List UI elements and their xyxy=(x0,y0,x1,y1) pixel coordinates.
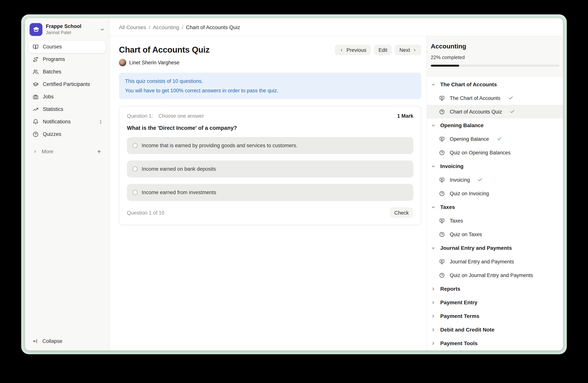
main-wrap: All Courses/Accounting/Chart of Accounts… xyxy=(110,18,563,350)
instructor-row: Linet Sherin Varghese xyxy=(119,59,421,66)
users-icon xyxy=(33,69,39,75)
outline-section-payment-terms[interactable]: Payment Terms xyxy=(427,309,563,323)
course-outline-list: The Chart of AccountsThe Chart of Accoun… xyxy=(427,77,563,350)
screen: Frappe School Jannat Patel CoursesProgra… xyxy=(0,0,588,383)
course-progress-text: 22% completed xyxy=(431,55,559,60)
answer-option-1[interactable]: Income that is earned by providing goods… xyxy=(127,137,413,154)
outline-item-chart-of-accounts-quiz[interactable]: Chart of Accounts Quiz xyxy=(427,105,563,118)
check-button[interactable]: Check xyxy=(390,207,413,218)
graduation-cap-icon xyxy=(33,81,39,87)
quiz-icon xyxy=(439,191,445,196)
workspace-switcher[interactable]: Frappe School Jannat Patel xyxy=(29,23,106,36)
outline-item-opening-balance[interactable]: Opening Balance xyxy=(427,132,563,146)
chevron-left-icon xyxy=(340,48,344,52)
outline-item-label: Chart of Accounts Quiz xyxy=(450,109,502,115)
graduation-cap-logo-icon xyxy=(32,26,40,34)
outline-section-opening-balance[interactable]: Opening Balance xyxy=(427,118,563,132)
sidebar-collapse-button[interactable]: Collapse xyxy=(29,335,106,347)
quiz-icon xyxy=(439,109,445,115)
outline-section-debit-and-credit-note[interactable]: Debit and Credit Note xyxy=(427,323,563,336)
sidebar-item-programs[interactable]: Programs xyxy=(29,53,106,65)
page-head: Chart of Accounts Quiz Previous Edit xyxy=(119,45,421,55)
answer-option-2[interactable]: Income earned on bank deposits xyxy=(127,160,413,177)
workspace-title: Frappe School xyxy=(46,23,82,30)
breadcrumb-all-courses[interactable]: All Courses xyxy=(119,24,146,30)
quiz-notice: This quiz consists of 10 questions. You … xyxy=(119,73,421,99)
sidebar-item-batches[interactable]: Batches xyxy=(29,65,106,78)
outline-item-the-chart-of-accounts[interactable]: The Chart of Accounts xyxy=(427,91,563,105)
outline-item-quiz-on-invoicing[interactable]: Quiz on Invoicing xyxy=(427,187,563,200)
sidebar-more-row: More xyxy=(29,145,106,158)
outline-item-journal-entry-and-payments[interactable]: Journal Entry and Payments xyxy=(427,255,563,268)
outline-section-label: Invoicing xyxy=(440,163,463,169)
sidebar-more-label[interactable]: More xyxy=(42,149,53,154)
outline-section-the-chart-of-accounts[interactable]: The Chart of Accounts xyxy=(427,77,563,91)
breadcrumb: All Courses/Accounting/Chart of Accounts… xyxy=(110,18,563,36)
outline-section-label: Opening Balance xyxy=(440,122,484,128)
chevron-right-icon xyxy=(431,327,436,332)
edit-button[interactable]: Edit xyxy=(374,45,392,55)
outline-section-payment-entry[interactable]: Payment Entry xyxy=(427,296,563,309)
workspace-info: Frappe School Jannat Patel xyxy=(46,23,82,36)
next-button[interactable]: Next xyxy=(395,45,421,55)
quiz-page: Chart of Accounts Quiz Previous Edit xyxy=(110,36,427,350)
check-label: Check xyxy=(394,210,409,215)
radio-button[interactable] xyxy=(133,167,138,172)
sidebar-item-jobs[interactable]: Jobs xyxy=(29,91,106,103)
question-marks: 1 Mark xyxy=(397,113,413,119)
chevron-right-icon[interactable] xyxy=(33,149,38,154)
sidebar-item-label: Courses xyxy=(43,44,62,50)
sidebar-item-notifications[interactable]: Notifications1 xyxy=(29,115,106,128)
breadcrumb-accounting[interactable]: Accounting xyxy=(153,24,179,30)
outline-item-taxes[interactable]: Taxes xyxy=(427,214,563,228)
radio-button[interactable] xyxy=(133,143,138,148)
radio-button[interactable] xyxy=(133,190,138,195)
collapse-sidebar-icon xyxy=(33,338,38,344)
outline-section-label: Payment Terms xyxy=(440,313,479,319)
outline-section-payment-tools[interactable]: Payment Tools xyxy=(427,336,563,350)
page-title: Chart of Accounts Quiz xyxy=(119,45,210,55)
sidebar-item-statistics[interactable]: Statistics xyxy=(29,103,106,115)
previous-button[interactable]: Previous xyxy=(335,45,371,55)
outline-item-label: Opening Balance xyxy=(450,136,489,142)
question-footer: Question 1 of 10 Check xyxy=(127,207,413,218)
sidebar-item-courses[interactable]: Courses xyxy=(29,40,106,53)
outline-item-invoicing[interactable]: Invoicing xyxy=(427,173,563,187)
completed-check-icon xyxy=(497,136,502,142)
route-icon xyxy=(33,56,39,62)
outline-section-journal-entry-and-payments[interactable]: Journal Entry and Payments xyxy=(427,241,563,255)
book-open-icon xyxy=(33,44,39,50)
plus-icon[interactable] xyxy=(96,149,102,154)
quiz-notice-line: This quiz consists of 10 questions. xyxy=(125,77,415,86)
sidebar-item-certified-participants[interactable]: Certified Participants xyxy=(29,78,106,91)
sidebar-item-label: Batches xyxy=(43,69,61,75)
outline-item-quiz-on-taxes[interactable]: Quiz on Taxes xyxy=(427,228,563,241)
sidebar-item-label: Quizzes xyxy=(43,131,61,137)
chevron-down-icon xyxy=(431,205,436,210)
outline-section-taxes[interactable]: Taxes xyxy=(427,200,563,214)
sidebar-item-quizzes[interactable]: Quizzes xyxy=(29,128,106,140)
chevron-right-icon xyxy=(413,48,417,52)
workspace-user: Jannat Patel xyxy=(46,30,82,36)
sidebar-nav: CoursesProgramsBatchesCertified Particip… xyxy=(29,40,106,140)
outline-item-quiz-on-opening-balances[interactable]: Quiz on Opening Balances xyxy=(427,146,563,159)
breadcrumb-separator: / xyxy=(149,24,150,30)
sidebar-item-label: Notifications xyxy=(43,119,71,125)
lesson-icon xyxy=(439,136,445,142)
outline-section-label: Payment Entry xyxy=(440,299,477,306)
lesson-icon xyxy=(439,95,445,101)
course-progress-bar xyxy=(431,65,559,67)
notification-count-badge: 1 xyxy=(99,119,102,124)
breadcrumb-chart-of-accounts-quiz: Chart of Accounts Quiz xyxy=(186,24,240,30)
outline-section-reports[interactable]: Reports xyxy=(427,282,563,296)
quiz-notice-line: You will have to get 100% correct answer… xyxy=(125,86,415,95)
completed-check-icon xyxy=(508,95,513,101)
chevron-right-icon xyxy=(431,314,436,319)
previous-label: Previous xyxy=(346,47,366,53)
outline-section-invoicing[interactable]: Invoicing xyxy=(427,159,563,173)
outline-section-label: The Chart of Accounts xyxy=(440,81,497,87)
outline-item-quiz-on-journal-entry-and-payments[interactable]: Quiz on Journal Entry and Payments xyxy=(427,268,563,282)
frappe-school-logo xyxy=(30,23,42,36)
answer-option-3[interactable]: Income earned from investments xyxy=(127,184,413,201)
completed-check-icon xyxy=(510,109,515,114)
